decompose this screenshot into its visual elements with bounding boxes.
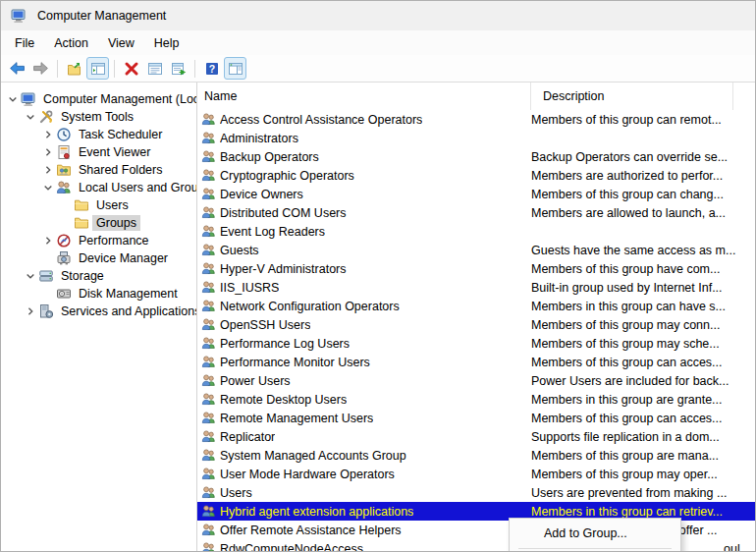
help-icon: ?	[204, 61, 220, 77]
show-console-tree-button[interactable]	[86, 57, 109, 80]
table-row[interactable]: GuestsGuests have the same access as m..…	[197, 241, 755, 259]
chevron-right-icon[interactable]	[40, 233, 56, 248]
console-tree-icon	[90, 61, 106, 77]
tree-item-storage[interactable]: Storage	[1, 267, 196, 285]
chevron-right-icon[interactable]	[40, 127, 56, 142]
shared-folders-icon	[56, 162, 72, 178]
table-row[interactable]: Event Log Readers	[197, 222, 755, 241]
group-name: Offer Remote Assistance Helpers	[220, 524, 402, 537]
chevron-spacer	[58, 215, 74, 231]
group-icon	[201, 411, 216, 425]
window-title: Computer Management	[37, 9, 166, 23]
task-scheduler-icon	[56, 127, 72, 142]
chevron-right-icon[interactable]	[40, 162, 56, 178]
table-row[interactable]: Performance Log UsersMembers of this gro…	[197, 334, 755, 353]
table-row[interactable]: Distributed COM UsersMembers are allowed…	[197, 203, 755, 222]
group-description: Members of this group can acces...	[531, 412, 755, 425]
column-header-name[interactable]: Name	[197, 83, 531, 110]
group-icon	[201, 485, 216, 500]
column-header-description[interactable]: Description	[531, 83, 733, 110]
table-row[interactable]: Network Configuration OperatorsMembers i…	[197, 297, 755, 315]
help-button[interactable]: ?	[200, 57, 223, 80]
tree-item-computer-management-local[interactable]: Computer Management (Local	[1, 90, 196, 108]
svg-text:?: ?	[208, 63, 214, 75]
table-row[interactable]: Performance Monitor UsersMembers of this…	[197, 353, 755, 371]
table-row[interactable]: System Managed Accounts GroupMembers of …	[197, 446, 755, 465]
chevron-down-icon[interactable]	[40, 180, 56, 195]
table-row[interactable]: OpenSSH UsersMembers of this group may c…	[197, 315, 755, 334]
table-row[interactable]: IIS_IUSRSBuilt-in group used by Internet…	[197, 278, 755, 297]
chevron-down-icon[interactable]	[5, 91, 21, 107]
group-icon	[201, 448, 216, 463]
tree-item-local-users-and-groups[interactable]: Local Users and Groups	[1, 179, 196, 196]
computer-management-window: Computer Management FileActionViewHelp ?…	[0, 0, 756, 552]
group-icon	[201, 467, 216, 481]
tree-item-groups[interactable]: Groups	[1, 214, 196, 232]
table-row[interactable]: Remote Desktop UsersMembers in this grou…	[197, 390, 755, 409]
tree-item-shared-folders[interactable]: Shared Folders	[1, 161, 196, 179]
group-icon	[201, 504, 216, 519]
group-name: Performance Monitor Users	[220, 356, 370, 369]
chevron-spacer	[40, 286, 56, 302]
group-name-cell: Remote Desktop Users	[197, 392, 531, 407]
export-list-button[interactable]	[167, 57, 189, 80]
menu-action[interactable]: Action	[44, 33, 98, 53]
table-row[interactable]: Power UsersPower Users are included for …	[197, 371, 755, 390]
group-name-cell: Power Users	[197, 373, 531, 388]
tree-item-label: Storage	[57, 268, 108, 284]
table-row[interactable]: Hyper-V AdministratorsMembers of this gr…	[197, 259, 755, 278]
chevron-down-icon[interactable]	[23, 268, 38, 284]
computer-icon	[11, 8, 27, 24]
device-manager-icon	[56, 250, 72, 266]
context-menu-item-add-to-group[interactable]: Add to Group...	[510, 523, 680, 544]
delete-button[interactable]	[120, 57, 142, 80]
group-description: Guests have the same access as m...	[531, 244, 755, 257]
tree-item-device-manager[interactable]: Device Manager	[1, 249, 196, 267]
tree-item-services-and-applications[interactable]: Services and Applications	[1, 303, 196, 320]
group-icon	[201, 112, 216, 127]
tree-item-disk-management[interactable]: Disk Management	[1, 285, 196, 303]
tree-item-performance[interactable]: Performance	[1, 232, 196, 249]
group-name-cell: IIS_IUSRS	[197, 280, 531, 295]
event-viewer-icon	[56, 144, 72, 160]
properties-button[interactable]	[143, 57, 166, 80]
forward-button[interactable]	[29, 57, 52, 80]
toolbar-separator	[194, 60, 195, 78]
group-name-cell: Distributed COM Users	[197, 205, 531, 220]
table-row[interactable]: Backup OperatorsBackup Operators can ove…	[197, 147, 755, 166]
chevron-right-icon[interactable]	[23, 304, 38, 319]
group-name: Power Users	[220, 374, 291, 388]
table-row[interactable]: Remote Management UsersMembers of this g…	[197, 409, 755, 427]
table-row[interactable]: UsersUsers are prevented from making ...	[197, 483, 755, 502]
table-row[interactable]: Cryptographic OperatorsMembers are autho…	[197, 166, 755, 185]
group-description: Members in this group can have s...	[531, 300, 755, 313]
tree-item-task-scheduler[interactable]: Task Scheduler	[1, 126, 196, 143]
tree-item-users[interactable]: Users	[1, 196, 196, 214]
group-icon	[201, 224, 216, 239]
back-button[interactable]	[6, 57, 28, 80]
table-row[interactable]: User Mode Hardware OperatorsMembers of t…	[197, 465, 755, 483]
show-action-pane-button[interactable]	[224, 57, 246, 80]
folder-icon	[74, 215, 89, 231]
toolbar-separator	[114, 60, 115, 78]
main-area: Computer Management (LocalSystem ToolsTa…	[1, 83, 755, 551]
group-name-cell: Guests	[197, 243, 531, 257]
table-row[interactable]: Device OwnersMembers of this group can c…	[197, 185, 755, 203]
group-icon	[201, 149, 216, 164]
tree-item-event-viewer[interactable]: Event Viewer	[1, 143, 196, 161]
group-description: Members are allowed to launch, a...	[531, 206, 755, 220]
group-name-cell: Backup Operators	[197, 149, 531, 164]
table-row[interactable]: ReplicatorSupports file replication in a…	[197, 427, 755, 446]
table-row[interactable]: Administrators	[197, 129, 755, 147]
group-name: Cryptographic Operators	[220, 169, 354, 183]
menu-file[interactable]: File	[5, 33, 44, 53]
table-row[interactable]: Access Control Assistance OperatorsMembe…	[197, 110, 755, 129]
group-description: Members of this group may conn...	[531, 318, 755, 332]
chevron-down-icon[interactable]	[23, 109, 38, 125]
menu-view[interactable]: View	[98, 33, 144, 53]
up-level-button[interactable]	[63, 57, 85, 80]
tree-item-system-tools[interactable]: System Tools	[1, 108, 196, 126]
menu-help[interactable]: Help	[144, 33, 189, 53]
chevron-right-icon[interactable]	[40, 144, 56, 160]
group-icon	[201, 317, 216, 332]
